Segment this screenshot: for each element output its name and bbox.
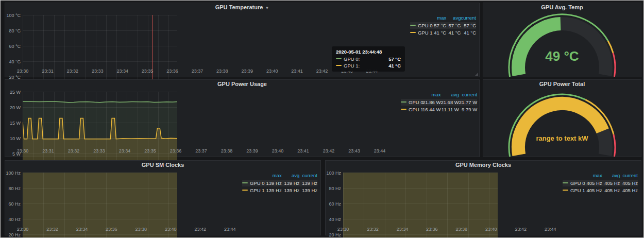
y-tick-label: 100 Hz xyxy=(6,171,21,176)
y-tick-label: 25 W xyxy=(10,90,21,95)
x-tick-label: 23:38 xyxy=(456,227,468,232)
x-tick-label: 23:32 xyxy=(367,227,379,232)
gpu-power-usage-chart[interactable] xyxy=(23,92,177,169)
legend-header[interactable]: max xyxy=(584,172,602,179)
legend-header[interactable]: avg xyxy=(282,172,300,179)
x-tick-label: 23:38 xyxy=(216,69,228,74)
legend-series-value: 21.77 W xyxy=(459,99,477,106)
x-tick-label: 23:42 xyxy=(194,227,206,232)
legend-header[interactable]: current xyxy=(299,172,317,179)
x-tick-label: 23:31 xyxy=(42,69,54,74)
y-tick-label: 40 °C xyxy=(9,59,21,64)
x-tick-label: 23:30 xyxy=(337,227,349,232)
series-swatch xyxy=(410,32,416,33)
legend-series-value: 41 °C xyxy=(446,29,461,36)
x-tick-label: 23:34 xyxy=(119,148,131,154)
panel-title-text: GPU Power Usage xyxy=(217,81,267,87)
legend-series-name[interactable]: GPU 0 xyxy=(401,99,422,106)
y-tick-label: 60 °C xyxy=(9,44,21,49)
x-tick-label: 23:38 xyxy=(135,227,147,232)
legend-series-value: 405 Hz xyxy=(620,187,638,194)
legend-header[interactable]: current xyxy=(459,91,477,98)
legend-series-name[interactable]: GPU 1 xyxy=(242,187,264,194)
gpu-sm-clocks-y-axis: 0 Hz20 Hz40 Hz60 Hz80 Hz100 Hz xyxy=(5,173,22,225)
y-tick-label: 60 Hz xyxy=(329,201,341,207)
panel-gpu-power-usage: GPU Power Usage 0 W5 W10 W15 W20 W25 W 2… xyxy=(5,79,480,157)
legend-header[interactable]: max xyxy=(422,91,440,98)
series-swatch xyxy=(410,25,416,26)
legend-series-value: 57 °C xyxy=(432,22,446,29)
legend-series-value: 139 Hz xyxy=(264,187,282,194)
panel-title-gpu-avg-temp[interactable]: GPU Avg. Temp xyxy=(483,3,641,12)
gpu-avg-temp-gauge xyxy=(483,12,641,77)
panel-resize-handle[interactable] xyxy=(475,73,478,76)
gpu-sm-clocks-chart-body: 0 Hz20 Hz40 Hz60 Hz80 Hz100 Hz 23:3023:3… xyxy=(5,169,320,235)
legend-series-value: 139 Hz xyxy=(282,187,300,194)
legend-series-value: 405 Hz xyxy=(602,180,620,186)
y-tick-label: 40 Hz xyxy=(8,217,21,222)
gpu-avg-temp-value: 49 °C xyxy=(483,48,641,64)
x-tick-label: 23:34 xyxy=(76,227,88,232)
grafana-dashboard: GPU Temperature▼ 0 °C20 °C40 °C60 °C80 °… xyxy=(0,0,644,238)
y-tick-label: 20 W xyxy=(10,105,21,110)
gpu-memory-clocks-x-axis: 23:3023:3223:3423:3623:3823:4023:4223:44 xyxy=(343,227,563,233)
legend-series-value: 405 Hz xyxy=(602,187,620,194)
legend-header[interactable]: max xyxy=(264,172,282,179)
y-tick-label: 80 Hz xyxy=(329,186,341,191)
x-tick-label: 23:36 xyxy=(106,227,117,232)
gpu-power-usage-legend: maxavgcurrentGPU 021.86 W21.68 W21.77 WG… xyxy=(401,91,476,113)
x-tick-label: 23:37 xyxy=(195,148,207,154)
x-tick-label: 23:33 xyxy=(93,148,105,154)
series-swatch-gpu0 xyxy=(336,58,342,59)
y-tick-label: 20 Hz xyxy=(329,232,341,237)
gpu-power-total-gauge xyxy=(483,89,641,157)
x-tick-label: 23:33 xyxy=(92,69,104,74)
x-tick-label: 23:41 xyxy=(291,69,303,74)
panel-title-text: GPU SM Clocks xyxy=(142,162,184,168)
tooltip-series-name: GPU 0: xyxy=(344,56,360,62)
panel-title-gpu-power-usage[interactable]: GPU Power Usage xyxy=(5,80,479,89)
gpu-temperature-chart-body: 0 °C20 °C40 °C60 °C80 °C100 °C 23:3023:3… xyxy=(5,12,479,77)
panel-title-text: GPU Temperature xyxy=(215,4,263,10)
legend-series-name[interactable]: GPU 0 xyxy=(563,180,584,186)
tooltip-series-value: 41 °C xyxy=(388,63,401,69)
legend-header[interactable]: current xyxy=(620,172,638,179)
legend-series-value: 16.44 W xyxy=(422,106,440,113)
y-tick-label: 100 Hz xyxy=(326,171,341,176)
legend-series-value: 41 °C xyxy=(461,29,476,36)
legend-header[interactable]: current xyxy=(461,14,476,22)
legend-series-name[interactable]: GPU 1 xyxy=(563,187,584,194)
x-tick-label: 23:32 xyxy=(67,69,79,74)
x-tick-label: 23:39 xyxy=(246,148,258,154)
series-swatch xyxy=(563,190,568,191)
legend-series-name[interactable]: GPU 0 xyxy=(242,180,264,186)
legend-series-name[interactable]: GPU 0 xyxy=(410,22,432,29)
legend-series-name[interactable]: GPU 1 xyxy=(410,29,432,36)
gpu-sm-clocks-x-axis: 23:3023:3223:3423:3623:3823:4023:4223:44 xyxy=(23,227,242,233)
panel-title-gpu-power-total[interactable]: GPU Power Total xyxy=(483,80,641,89)
legend-series-value: 139 Hz xyxy=(299,187,317,194)
y-tick-label: 80 Hz xyxy=(8,186,21,191)
legend-header[interactable]: avg xyxy=(440,91,459,98)
panel-gpu-memory-clocks: GPU Memory Clocks 0 Hz20 Hz40 Hz60 Hz80 … xyxy=(325,160,641,235)
series-swatch xyxy=(401,109,406,110)
x-tick-label: 23:30 xyxy=(17,148,29,154)
x-tick-label: 23:38 xyxy=(221,148,233,154)
legend-series-value: 57 °C xyxy=(461,22,476,29)
y-tick-label: 80 °C xyxy=(9,28,21,33)
x-tick-label: 23:40 xyxy=(165,227,177,232)
tooltip-row: GPU 1: 41 °C xyxy=(336,63,401,69)
legend-series-name[interactable]: GPU 1 xyxy=(401,106,422,113)
gpu-power-usage-x-axis: 23:3023:3123:3223:3323:3423:3523:3623:37… xyxy=(23,148,401,155)
chevron-down-icon[interactable]: ▼ xyxy=(265,6,269,10)
panel-title-gpu-temperature[interactable]: GPU Temperature▼ xyxy=(5,3,479,12)
legend-header[interactable]: avg xyxy=(446,14,461,22)
panel-title-gpu-memory-clocks[interactable]: GPU Memory Clocks xyxy=(326,161,641,169)
x-tick-label: 23:40 xyxy=(272,148,284,154)
legend-series-value: 139 Hz xyxy=(282,180,300,186)
x-tick-label: 23:42 xyxy=(316,69,328,74)
legend-header[interactable]: max xyxy=(432,14,446,22)
legend-header[interactable]: avg xyxy=(602,172,620,179)
x-tick-label: 23:35 xyxy=(142,69,154,74)
panel-title-gpu-sm-clocks[interactable]: GPU SM Clocks xyxy=(5,161,320,169)
